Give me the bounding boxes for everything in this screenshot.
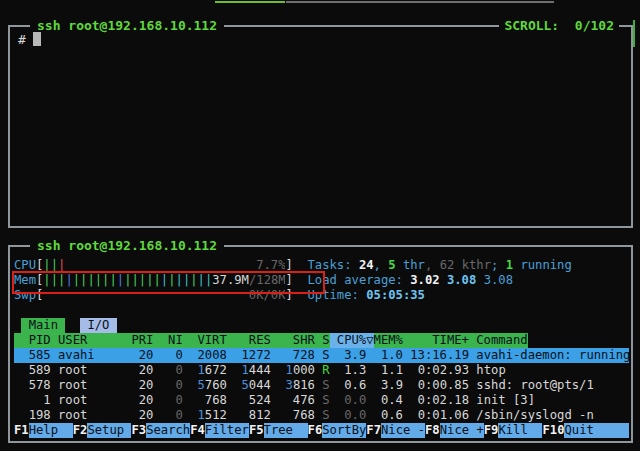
cell-mem-size: 768 xyxy=(271,408,315,423)
htop-column-header[interactable]: PID USER PRI NI VIRT RES SHR S CPU%▽MEM%… xyxy=(14,333,629,348)
cell-mem-size: 444 xyxy=(249,363,271,378)
cell-cpu: 0.6 xyxy=(330,378,367,393)
fkey-f10-key[interactable]: F10 xyxy=(542,423,564,438)
cell-pad xyxy=(183,378,198,393)
cell-mem-size-hi: 1 xyxy=(197,408,204,423)
shell-prompt[interactable]: # xyxy=(18,32,41,47)
cell-pad xyxy=(183,363,198,378)
cell-time: 13:16.19 xyxy=(403,348,469,363)
info-tasks: 1 xyxy=(506,258,513,273)
cell-cpu: 3.9 xyxy=(330,348,367,363)
cell-ni: 0 xyxy=(153,378,182,393)
fkey-f4-key[interactable]: F4 xyxy=(190,423,205,438)
cell-mem-size: 1272 xyxy=(227,348,271,363)
cell-command: sshd: root@pts/1 xyxy=(469,378,594,393)
info-tasks: ; xyxy=(491,258,506,273)
header-columns-right[interactable]: MEM% TIME+ Command xyxy=(374,333,528,348)
process-row-pid-1[interactable]: 1 root 20 0 768 524 476 S 0.0 0.4 0:02.1… xyxy=(14,393,629,408)
cell-mem-size: 672 xyxy=(205,363,227,378)
info-tasks: , xyxy=(374,258,389,273)
cell-pid: 198 xyxy=(14,408,51,423)
fkey-f7-label[interactable]: Nice - xyxy=(381,423,425,438)
fkey-f2-key[interactable]: F2 xyxy=(73,423,88,438)
process-row-pid-585[interactable]: 585 avahi 20 0 2008 1272 728 S 3.9 1.0 1… xyxy=(14,348,629,363)
htop-tab-bar: Main I/O xyxy=(14,318,629,333)
fkey-f6-label[interactable]: SortBy xyxy=(322,423,366,438)
top-gray-line-artifact xyxy=(286,1,554,3)
cell-state: R xyxy=(315,363,330,378)
fkey-f6-key[interactable]: F6 xyxy=(308,423,323,438)
pane-title: ssh root@192.168.10.112 xyxy=(30,18,224,33)
cell-pri: 20 xyxy=(131,408,153,423)
gap xyxy=(65,318,80,333)
fkey-f3-key[interactable]: F3 xyxy=(131,423,146,438)
cell-cpu: 0.0 xyxy=(330,408,367,423)
cell-mem-size-hi: 1 xyxy=(242,363,249,378)
cell-pad xyxy=(271,378,286,393)
terminal-pane-bottom[interactable]: ssh root@192.168.10.112 CPU[|||7.7%] Tas… xyxy=(8,245,633,443)
cell-mem-size-hi: 3 xyxy=(286,378,293,393)
fkey-f2-label[interactable]: Setup xyxy=(87,423,131,438)
cell-mem-size: 2008 xyxy=(183,348,227,363)
info-load-average: 3.08 xyxy=(484,273,513,288)
fkey-f3-label[interactable]: Search xyxy=(146,423,190,438)
tab-main[interactable]: Main xyxy=(21,318,65,333)
cell-command: avahi-daemon: running xyxy=(469,348,630,363)
cell-mem-size: 768 xyxy=(183,393,227,408)
fkey-f1-label[interactable]: Help xyxy=(29,423,73,438)
cell-user: root xyxy=(51,408,132,423)
cell-pad xyxy=(227,363,242,378)
info-tasks: , xyxy=(425,258,440,273)
cell-mem-size: 000 xyxy=(293,363,315,378)
cell-time: 0:00.85 xyxy=(403,378,469,393)
cell-mem-size: 728 xyxy=(271,348,315,363)
cell-mem-size: 812 xyxy=(227,408,271,423)
cell-ni: 0 xyxy=(153,348,182,363)
cell-mem-size-hi: 1 xyxy=(197,363,204,378)
right-edge-green-artifact xyxy=(633,20,635,47)
info-tasks: thr xyxy=(396,258,425,273)
fkey-f7-key[interactable]: F7 xyxy=(366,423,381,438)
process-row-pid-589[interactable]: 589 root 20 0 1672 1444 1000 R 1.3 1.1 0… xyxy=(14,363,629,378)
cell-pid: 578 xyxy=(14,378,51,393)
cell-pad xyxy=(183,408,198,423)
cell-mem: 3.9 xyxy=(366,378,403,393)
cell-state: S xyxy=(315,408,330,423)
fkey-f1-key[interactable]: F1 xyxy=(14,423,29,438)
fkey-f8-label[interactable]: Nice + xyxy=(440,423,484,438)
terminal-screen: ssh root@192.168.10.112 SCROLL: 0/102 # … xyxy=(0,0,640,451)
cell-pid: 589 xyxy=(14,363,51,378)
fkey-f5-label[interactable]: Tree xyxy=(264,423,308,438)
fkey-f8-key[interactable]: F8 xyxy=(425,423,440,438)
cell-pad xyxy=(227,378,242,393)
info-tasks: 5 xyxy=(388,258,395,273)
scroll-indicator: SCROLL: 0/102 xyxy=(499,18,619,33)
cell-user: root xyxy=(51,363,132,378)
process-row-pid-198[interactable]: 198 root 20 0 1512 812 768 S 0.0 0.6 0:0… xyxy=(14,408,629,423)
cell-cpu: 1.3 xyxy=(330,363,367,378)
cell-command: init [3] xyxy=(469,393,535,408)
cell-user: avahi xyxy=(51,348,132,363)
header-columns-left[interactable]: PID USER PRI NI VIRT RES SHR S xyxy=(14,333,330,348)
cell-time: 0:01.06 xyxy=(403,408,469,423)
red-annotation-box xyxy=(12,271,325,294)
cell-state: S xyxy=(315,393,330,408)
fkey-f10-label[interactable]: Quit xyxy=(564,423,629,438)
cell-pri: 20 xyxy=(131,378,153,393)
process-row-pid-578[interactable]: 578 root 20 0 5760 5044 3816 S 0.6 3.9 0… xyxy=(14,378,629,393)
cell-mem-size-hi: 5 xyxy=(242,378,249,393)
fkey-f5-key[interactable]: F5 xyxy=(249,423,264,438)
cell-mem-size-hi: 1 xyxy=(286,363,293,378)
cell-command: htop xyxy=(469,363,506,378)
fkey-f9-label[interactable]: Kill xyxy=(498,423,542,438)
fkey-f4-label[interactable]: Filter xyxy=(205,423,249,438)
fkey-f9-key[interactable]: F9 xyxy=(484,423,499,438)
cell-mem-size: 816 xyxy=(293,378,315,393)
tab-io[interactable]: I/O xyxy=(80,318,117,333)
cell-mem: 1.1 xyxy=(366,363,403,378)
gap xyxy=(14,318,21,333)
info-tasks: running xyxy=(513,258,572,273)
pane-title: ssh root@192.168.10.112 xyxy=(30,238,224,253)
header-column-cpu-sorted[interactable]: CPU%▽ xyxy=(330,333,374,348)
terminal-pane-top[interactable]: ssh root@192.168.10.112 SCROLL: 0/102 # xyxy=(8,25,633,228)
